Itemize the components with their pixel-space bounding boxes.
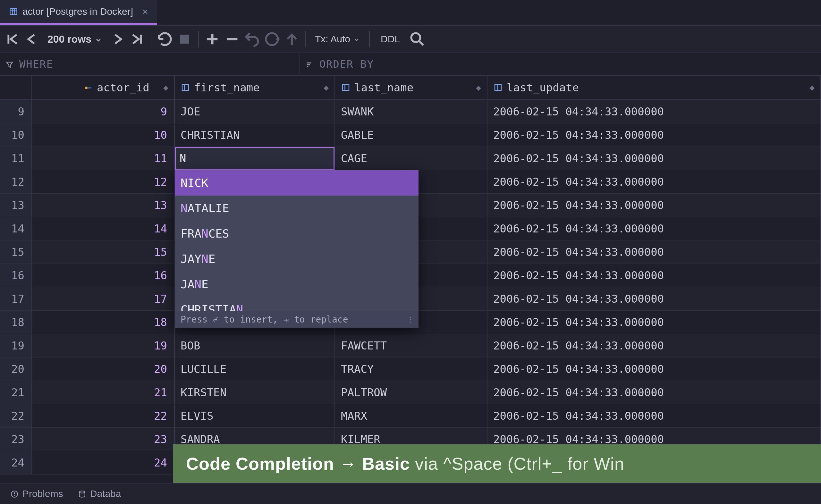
cell-first-name[interactable]: ELVIS [175, 404, 335, 427]
row-number[interactable]: 21 [0, 381, 32, 404]
row-number[interactable]: 10 [0, 123, 32, 147]
completion-item[interactable]: NICK [175, 170, 419, 196]
stop-button[interactable] [176, 30, 194, 48]
cell-actor-id[interactable]: 17 [32, 287, 175, 310]
cell-last-update[interactable]: 2006-02-15 04:34:33.000000 [487, 240, 821, 264]
row-number[interactable]: 13 [0, 194, 32, 217]
cell-actor-id[interactable]: 23 [32, 428, 175, 451]
cell-first-name[interactable]: BOB [175, 334, 335, 357]
cell-last-update[interactable]: 2006-02-15 04:34:33.000000 [487, 404, 821, 427]
completion-popup: NICKNATALIEFRANCESJAYNEJANECHRISTIANPres… [175, 170, 419, 328]
cell-actor-id[interactable]: 15 [32, 240, 175, 264]
completion-item[interactable]: FRANCES [175, 221, 419, 246]
orderby-filter[interactable]: ORDER BY [300, 53, 821, 75]
first-page-button[interactable] [3, 30, 21, 48]
cell-first-name[interactable]: NICKNATALIEFRANCESJAYNEJANECHRISTIANPres… [175, 147, 335, 170]
cell-last-update[interactable]: 2006-02-15 04:34:33.000000 [487, 357, 821, 381]
cell-actor-id[interactable]: 11 [32, 147, 175, 170]
cell-last-update[interactable]: 2006-02-15 04:34:33.000000 [487, 170, 821, 193]
row-number[interactable]: 23 [0, 428, 32, 451]
svg-rect-8 [182, 85, 189, 90]
prev-page-button[interactable] [23, 30, 41, 48]
cell-last-update[interactable]: 2006-02-15 04:34:33.000000 [487, 311, 821, 334]
key-column-icon [83, 83, 93, 92]
cell-actor-id[interactable]: 14 [32, 217, 175, 240]
cell-actor-id[interactable]: 16 [32, 264, 175, 287]
row-number[interactable]: 9 [0, 100, 32, 123]
cell-actor-id[interactable]: 20 [32, 357, 175, 381]
row-number[interactable]: 16 [0, 264, 32, 287]
remove-row-button[interactable] [223, 30, 241, 48]
cell-last-update[interactable]: 2006-02-15 04:34:33.000000 [487, 147, 821, 170]
submit-button[interactable] [283, 30, 301, 48]
preview-changes-button[interactable] [263, 30, 281, 48]
svg-rect-0 [10, 9, 17, 15]
ddl-button[interactable]: DDL [374, 34, 406, 45]
cell-first-name[interactable]: JOE [175, 100, 335, 123]
first-name-input[interactable] [175, 147, 334, 170]
row-number[interactable]: 18 [0, 311, 32, 334]
row-number[interactable]: 19 [0, 334, 32, 357]
cell-last-update[interactable]: 2006-02-15 04:34:33.000000 [487, 217, 821, 240]
cell-actor-id[interactable]: 19 [32, 334, 175, 357]
cell-actor-id[interactable]: 22 [32, 404, 175, 427]
cell-last-name[interactable]: MARX [335, 404, 487, 427]
cell-actor-id[interactable]: 24 [32, 451, 175, 474]
cell-last-update[interactable]: 2006-02-15 04:34:33.000000 [487, 264, 821, 287]
warning-icon [10, 490, 19, 498]
completion-item[interactable]: CHRISTIAN [175, 297, 419, 311]
search-button[interactable] [408, 30, 426, 48]
cell-actor-id[interactable]: 10 [32, 123, 175, 147]
cell-first-name[interactable]: LUCILLE [175, 357, 335, 381]
cell-actor-id[interactable]: 21 [32, 381, 175, 404]
row-number[interactable]: 20 [0, 357, 32, 381]
header-actor-id[interactable]: actor_id ◆ [32, 76, 175, 99]
cell-actor-id[interactable]: 12 [32, 170, 175, 193]
where-filter[interactable]: WHERE [0, 53, 300, 75]
row-number[interactable]: 24 [0, 451, 32, 474]
header-first-name[interactable]: first_name ◆ [175, 76, 335, 99]
tx-mode-dropdown[interactable]: Tx: Auto [310, 34, 365, 45]
add-row-button[interactable] [203, 30, 221, 48]
cell-last-update[interactable]: 2006-02-15 04:34:33.000000 [487, 100, 821, 123]
cell-last-name[interactable]: SWANK [335, 100, 487, 123]
row-number[interactable]: 22 [0, 404, 32, 427]
header-last-update[interactable]: last_update ◆ [487, 76, 821, 99]
next-page-button[interactable] [108, 30, 126, 48]
tab-active[interactable]: actor [Postgres in Docker] × [0, 0, 157, 25]
cell-last-name[interactable]: PALTROW [335, 381, 487, 404]
cell-first-name[interactable]: CHRISTIAN [175, 123, 335, 147]
cell-last-update[interactable]: 2006-02-15 04:34:33.000000 [487, 194, 821, 217]
revert-button[interactable] [243, 30, 261, 48]
cell-last-update[interactable]: 2006-02-15 04:34:33.000000 [487, 287, 821, 310]
cell-actor-id[interactable]: 13 [32, 194, 175, 217]
cell-last-name[interactable]: CAGE [335, 147, 487, 170]
rows-dropdown[interactable]: 200 rows [43, 33, 106, 45]
cell-first-name[interactable]: KIRSTEN [175, 381, 335, 404]
table-row: 1111NICKNATALIEFRANCESJAYNEJANECHRISTIAN… [0, 147, 821, 170]
last-page-button[interactable] [128, 30, 146, 48]
header-last-name[interactable]: last_name ◆ [335, 76, 487, 99]
cell-actor-id[interactable]: 9 [32, 100, 175, 123]
row-number[interactable]: 11 [0, 147, 32, 170]
status-problems[interactable]: Problems [10, 488, 63, 499]
row-number[interactable]: 15 [0, 240, 32, 264]
completion-hint: Press ⏎ to insert, ⇥ to replace⋮ [175, 311, 419, 328]
completion-item[interactable]: JANE [175, 272, 419, 297]
more-icon[interactable]: ⋮ [407, 315, 413, 323]
cell-last-name[interactable]: TRACY [335, 357, 487, 381]
status-database[interactable]: Databa [78, 488, 121, 499]
cell-last-name[interactable]: FAWCETT [335, 334, 487, 357]
row-number[interactable]: 12 [0, 170, 32, 193]
refresh-button[interactable] [156, 30, 174, 48]
row-number[interactable]: 14 [0, 217, 32, 240]
cell-last-name[interactable]: GABLE [335, 123, 487, 147]
row-number[interactable]: 17 [0, 287, 32, 310]
completion-item[interactable]: JAYNE [175, 246, 419, 272]
cell-last-update[interactable]: 2006-02-15 04:34:33.000000 [487, 123, 821, 147]
cell-actor-id[interactable]: 18 [32, 311, 175, 334]
cell-last-update[interactable]: 2006-02-15 04:34:33.000000 [487, 334, 821, 357]
completion-item[interactable]: NATALIE [175, 196, 419, 221]
cell-last-update[interactable]: 2006-02-15 04:34:33.000000 [487, 381, 821, 404]
close-icon[interactable]: × [142, 6, 148, 18]
